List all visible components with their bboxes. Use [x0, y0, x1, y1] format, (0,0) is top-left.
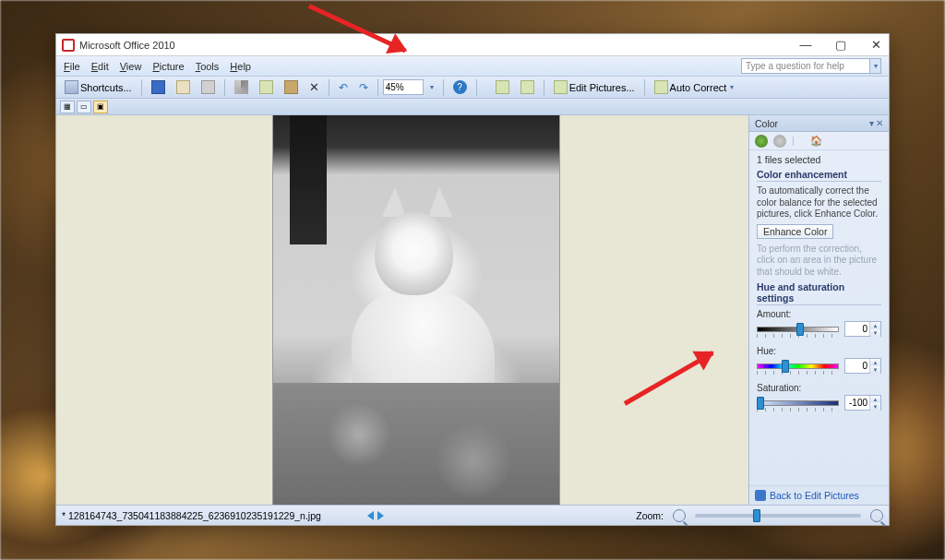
next-picture-icon[interactable] — [377, 511, 384, 520]
zoom-out-icon[interactable] — [673, 509, 686, 522]
menu-view[interactable]: View — [120, 61, 142, 72]
menu-bar: FFileile Edit View Picture Tools Help Ty… — [56, 56, 889, 77]
amount-label: Amount: — [757, 309, 881, 319]
panel-close-icon[interactable]: ✕ — [876, 118, 883, 128]
hue-saturation-header: Hue and saturation settings — [757, 281, 881, 305]
help-search-input[interactable]: Type a question for help — [741, 58, 870, 74]
zoom-dropdown-icon[interactable]: ▾ — [425, 81, 438, 93]
rotate-right-icon[interactable] — [516, 78, 539, 96]
save-icon[interactable] — [147, 78, 170, 96]
zoom-in-icon[interactable] — [870, 509, 883, 522]
shortcuts-button[interactable]: Shortcuts... — [60, 78, 137, 96]
menu-file[interactable]: FFileile — [64, 61, 80, 72]
title-bar[interactable]: Microsoft Office 2010 — ▢ ✕ — [56, 34, 889, 56]
hue-input[interactable] — [845, 359, 869, 373]
whitepoint-hint-text: To perform the correction, click on an a… — [757, 244, 881, 279]
delete-icon[interactable]: ✕ — [305, 78, 324, 96]
status-bar: * 128164743_735041183884225_623691023519… — [56, 505, 889, 525]
back-icon — [755, 490, 766, 501]
minimize-button[interactable]: — — [796, 38, 815, 52]
print-icon[interactable] — [197, 78, 220, 96]
color-task-pane: Color ▾ ✕ | 🏠 1 files selected Color enh… — [748, 115, 889, 505]
cut-icon[interactable] — [230, 78, 253, 96]
view-strip: ▦ ▭ ▣ — [56, 99, 889, 115]
zoom-label: Zoom: — [636, 510, 664, 521]
single-view-icon[interactable]: ▣ — [93, 101, 108, 113]
nav-home-icon[interactable]: 🏠 — [810, 135, 823, 148]
saturation-input[interactable] — [845, 396, 869, 410]
auto-correct-button[interactable]: Auto Correct▾ — [650, 78, 739, 96]
saturation-label: Saturation: — [757, 383, 881, 393]
prev-picture-icon[interactable] — [367, 511, 374, 520]
amount-input[interactable] — [845, 322, 869, 336]
saturation-spin-up[interactable]: ▲ — [870, 396, 880, 403]
copy-icon[interactable] — [255, 78, 278, 96]
filmstrip-view-icon[interactable]: ▭ — [77, 101, 91, 113]
maximize-button[interactable]: ▢ — [831, 38, 850, 52]
edit-pictures-button[interactable]: Edit Pictures... — [549, 78, 640, 96]
picture-canvas[interactable] — [56, 115, 748, 505]
panel-nav: | 🏠 — [749, 132, 889, 150]
zoom-combo[interactable]: 45% — [383, 79, 424, 95]
paste-icon[interactable] — [280, 78, 303, 96]
rotate-left-icon[interactable] — [491, 78, 514, 96]
nav-back-icon[interactable] — [755, 135, 768, 148]
hue-spin-up[interactable]: ▲ — [870, 359, 880, 366]
menu-edit[interactable]: Edit — [91, 61, 109, 72]
menu-tools[interactable]: Tools — [196, 61, 220, 72]
amount-spin-up[interactable]: ▲ — [870, 322, 880, 329]
toolbar: Shortcuts... ✕ ↶ ↷ 45% ▾ ? Edit Pictures… — [56, 77, 889, 99]
panel-title: Color — [755, 118, 778, 129]
files-selected-label: 1 files selected — [757, 154, 881, 165]
back-to-edit-pictures-link[interactable]: Back to Edit Pictures — [749, 485, 889, 505]
close-button[interactable]: ✕ — [867, 38, 885, 52]
panel-menu-icon[interactable]: ▾ — [869, 118, 874, 128]
undo-icon[interactable]: ↶ — [334, 79, 353, 96]
thumbnail-view-icon[interactable]: ▦ — [60, 101, 75, 113]
menu-help[interactable]: Help — [230, 61, 251, 72]
hue-label: Hue: — [757, 346, 881, 356]
help-icon[interactable]: ? — [449, 78, 472, 96]
nav-forward-icon[interactable] — [773, 135, 786, 148]
enhance-color-button[interactable]: Enhance Color — [757, 224, 833, 239]
picture-preview[interactable] — [273, 115, 559, 505]
zoom-slider[interactable] — [695, 514, 861, 518]
app-window: Microsoft Office 2010 — ▢ ✕ FFileile Edi… — [55, 33, 890, 526]
amount-slider[interactable] — [757, 325, 839, 334]
redo-icon[interactable]: ↷ — [354, 79, 373, 96]
status-filename: * 128164743_735041183884225_623691023519… — [62, 510, 321, 521]
amount-spin-down[interactable]: ▼ — [870, 329, 880, 337]
hue-spin-down[interactable]: ▼ — [870, 366, 880, 374]
app-icon — [62, 39, 75, 52]
enhance-hint-text: To automatically correct the color balan… — [757, 185, 881, 220]
saturation-slider[interactable] — [757, 399, 839, 408]
help-search-dropdown[interactable]: ▾ — [870, 58, 881, 74]
mail-icon[interactable] — [172, 78, 195, 96]
saturation-spin-down[interactable]: ▼ — [870, 403, 880, 411]
color-enhancement-header: Color enhancement — [757, 169, 881, 182]
menu-picture[interactable]: Picture — [152, 61, 184, 72]
hue-slider[interactable] — [757, 362, 839, 371]
window-title: Microsoft Office 2010 — [79, 40, 175, 51]
